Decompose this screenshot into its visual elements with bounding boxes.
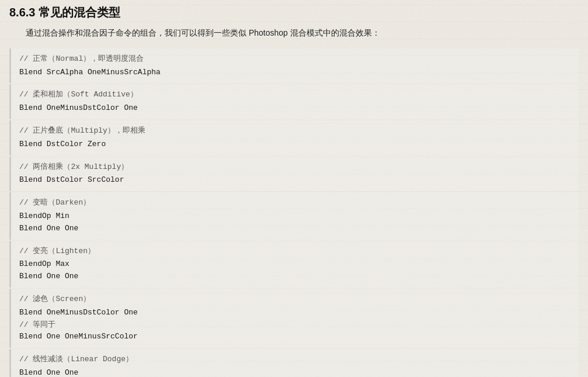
code-line: BlendOp Min — [19, 210, 573, 223]
code-comment: // 正常（Normal），即透明度混合 — [19, 53, 573, 65]
section-title: 8.6.3 常见的混合类型 — [9, 5, 579, 20]
code-line: Blend OneMinusDstColor One — [19, 307, 573, 319]
code-block-screen: // 滤色（Screen）Blend OneMinusDstColor One/… — [9, 289, 579, 348]
code-comment: // 变亮（Lighten） — [19, 245, 573, 258]
code-block-normal: // 正常（Normal），即透明度混合Blend SrcAlpha OneMi… — [9, 49, 579, 84]
code-line: Blend One One — [19, 271, 573, 283]
page-content: 8.6.3 常见的混合类型 通过混合操作和混合因子命令的组合，我们可以得到一些类… — [0, 0, 588, 377]
code-block-soft-additive: // 柔和相加（Soft Additive）Blend OneMinusDstC… — [9, 84, 579, 119]
code-line: Blend One One — [19, 223, 573, 235]
code-comment: // 滤色（Screen） — [19, 293, 573, 306]
code-line: Blend One OneMinusSrcColor — [19, 331, 573, 343]
intro-paragraph: 通过混合操作和混合因子命令的组合，我们可以得到一些类似 Photoshop 混合… — [9, 26, 579, 40]
code-block-darken: // 变暗（Darken）BlendOp MinBlend One One — [9, 192, 579, 239]
code-line: Blend DstColor SrcColor — [19, 174, 573, 186]
code-line: BlendOp Max — [19, 258, 573, 271]
code-block-linear-dodge: // 线性减淡（Linear Dodge）Blend One One — [9, 349, 579, 377]
code-line: Blend One One — [19, 367, 573, 377]
code-blocks-container: // 正常（Normal），即透明度混合Blend SrcAlpha OneMi… — [9, 49, 579, 377]
code-line: Blend OneMinusDstColor One — [19, 102, 573, 115]
code-comment: // 变暗（Darken） — [19, 197, 573, 209]
code-line: Blend DstColor Zero — [19, 139, 573, 151]
code-block-2x-multiply: // 两倍相乘（2x Multiply）Blend DstColor SrcCo… — [9, 157, 579, 192]
code-block-lighten: // 变亮（Lighten）BlendOp MaxBlend One One — [9, 241, 579, 288]
code-block-multiply: // 正片叠底（Multiply），即相乘Blend DstColor Zero — [9, 120, 579, 155]
code-comment: // 柔和相加（Soft Additive） — [19, 89, 573, 101]
code-comment: // 两倍相乘（2x Multiply） — [19, 161, 573, 174]
code-comment: // 正片叠底（Multiply），即相乘 — [19, 125, 573, 137]
code-line: Blend SrcAlpha OneMinusSrcAlpha — [19, 67, 573, 79]
code-line: // 等同于 — [19, 319, 573, 331]
code-comment: // 线性减淡（Linear Dodge） — [19, 354, 573, 366]
